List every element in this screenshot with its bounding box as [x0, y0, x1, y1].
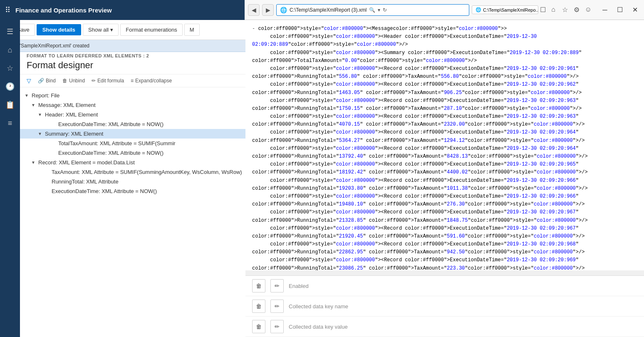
- star-icon[interactable]: ☆: [560, 6, 570, 14]
- smile-icon[interactable]: ☺: [583, 6, 593, 14]
- back-button[interactable]: ◀: [248, 4, 260, 16]
- window-controls: ─ ☐ ✕: [599, 4, 641, 16]
- browser-bar: ◀ ▶ 🌐 C:\Temp\SampleXmlReport (3).xml 🔍 …: [245, 0, 644, 20]
- minimize-button[interactable]: ─: [599, 4, 611, 16]
- refresh-icon[interactable]: ↻: [383, 7, 387, 13]
- maximize-button[interactable]: ☐: [614, 4, 626, 16]
- browser-tab[interactable]: 🌐 C:\Temp\SampleXmlRepo... ✕: [472, 5, 538, 14]
- search-in-bar-icon[interactable]: 🔍: [369, 7, 375, 13]
- url-icon: 🌐: [280, 7, 287, 13]
- new-tab-button[interactable]: ☐: [540, 6, 546, 14]
- browser-actions: ⌂ ☆ ⚙ ☺: [548, 6, 593, 14]
- forward-button[interactable]: ▶: [262, 4, 274, 16]
- settings-icon[interactable]: ⚙: [572, 6, 582, 14]
- tab-area: 🌐 C:\Temp\SampleXmlRepo... ✕ ☐: [472, 5, 546, 14]
- address-bar[interactable]: 🌐 C:\Temp\SampleXmlReport (3).xml 🔍 ▾ ↻: [276, 4, 469, 16]
- close-button[interactable]: ✕: [629, 4, 641, 16]
- home-icon[interactable]: ⌂: [548, 6, 558, 14]
- dropdown-icon[interactable]: ▾: [378, 7, 380, 13]
- tab-icon: 🌐: [476, 7, 481, 12]
- grid-icon[interactable]: ⠿: [5, 5, 10, 15]
- url-text: C:\Temp\SampleXmlReport (3).xml: [290, 7, 367, 13]
